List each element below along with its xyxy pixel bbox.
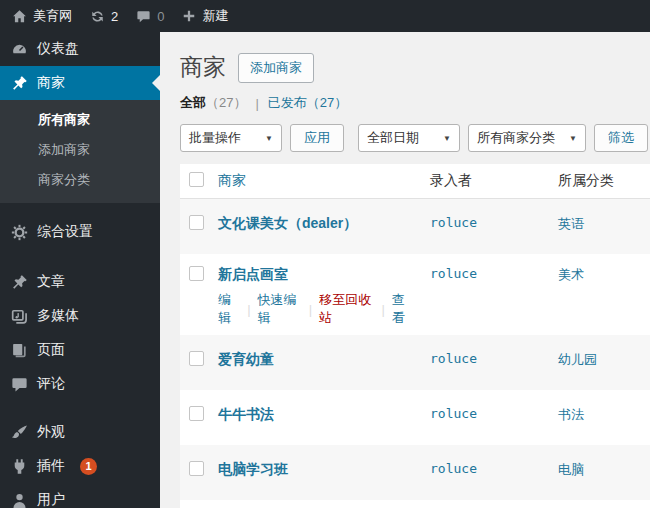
table-row: 舞蹈10 roluce 舞蹈	[180, 500, 650, 508]
filter-button[interactable]: 筛选	[594, 124, 648, 152]
table-header-row: 商家 录入者 所属分类	[180, 164, 650, 199]
table-row: 文化课美女（dealer） roluce 英语	[180, 199, 650, 255]
new-content-label: 新建	[202, 7, 228, 25]
site-name: 美育网	[33, 7, 72, 25]
row-actions: 编辑 | 快速编辑 | 移至回收站 | 查看	[218, 291, 414, 327]
plug-icon	[11, 458, 28, 475]
row-checkbox[interactable]	[189, 461, 204, 476]
admin-bar: 美育网 2 0 新建	[0, 0, 650, 32]
sidebar-item-label: 插件	[37, 457, 65, 475]
trash-link[interactable]: 移至回收站	[319, 291, 374, 327]
sidebar-item-appearance[interactable]: 外观	[0, 415, 160, 449]
author-link[interactable]: roluce	[430, 406, 477, 421]
sidebar-item-label: 页面	[37, 341, 65, 359]
apply-button[interactable]: 应用	[290, 124, 344, 152]
sidebar-item-users[interactable]: 用户	[0, 483, 160, 508]
column-header-category: 所属分类	[550, 164, 650, 199]
dashboard-icon	[11, 41, 28, 58]
brush-icon	[11, 424, 28, 441]
pages-icon	[11, 342, 28, 359]
merchants-table: 商家 录入者 所属分类 文化课美女（dealer） roluce 英语 新启点画…	[180, 164, 650, 508]
submenu-item-all-merchants[interactable]: 所有商家	[0, 105, 160, 135]
date-filter-select[interactable]: 全部日期 ▼	[358, 124, 460, 152]
category-filter-select[interactable]: 所有商家分类 ▼	[468, 124, 586, 152]
site-link[interactable]: 美育网	[12, 7, 72, 25]
row-checkbox[interactable]	[189, 406, 204, 421]
new-content-link[interactable]: 新建	[182, 7, 228, 25]
merchant-name-link[interactable]: 文化课美女（dealer）	[218, 215, 357, 231]
sidebar-item-label: 用户	[37, 491, 65, 508]
edit-link[interactable]: 编辑	[218, 291, 240, 327]
merchant-name-link[interactable]: 电脑学习班	[218, 461, 288, 477]
comment-icon	[136, 9, 151, 24]
select-all-checkbox[interactable]	[189, 172, 204, 187]
sidebar-item-posts[interactable]: 文章	[0, 265, 160, 299]
add-merchant-button[interactable]: 添加商家	[238, 53, 314, 83]
pushpin-icon	[11, 75, 28, 92]
quick-edit-link[interactable]: 快速编辑	[258, 291, 302, 327]
comment-icon	[11, 376, 28, 393]
view-all-label[interactable]: 全部	[180, 95, 206, 110]
chevron-down-icon: ▼	[443, 134, 451, 143]
row-checkbox[interactable]	[189, 351, 204, 366]
author-link[interactable]: roluce	[430, 215, 477, 230]
updates-link[interactable]: 2	[90, 9, 118, 24]
sidebar-item-pages[interactable]: 页面	[0, 333, 160, 367]
row-checkbox[interactable]	[189, 215, 204, 230]
merchant-name-link[interactable]: 爱育幼童	[218, 351, 274, 367]
column-header-name[interactable]: 商家	[218, 172, 246, 188]
author-link[interactable]: roluce	[430, 461, 477, 476]
view-separator: |	[255, 96, 258, 111]
sidebar-item-label: 外观	[37, 423, 65, 441]
sidebar-item-settings[interactable]: 综合设置	[0, 215, 160, 249]
chevron-down-icon: ▼	[569, 134, 577, 143]
gear-icon	[11, 224, 28, 241]
view-link[interactable]: 查看	[392, 291, 414, 327]
action-separator: |	[309, 302, 312, 317]
view-all-count: （27）	[206, 95, 246, 110]
sidebar-item-label: 综合设置	[37, 223, 93, 241]
updates-icon	[90, 9, 105, 24]
merchant-name-link[interactable]: 牛牛书法	[218, 406, 274, 422]
category-link[interactable]: 书法	[558, 407, 584, 422]
table-row: 牛牛书法 roluce 书法	[180, 390, 650, 445]
media-icon	[11, 308, 28, 325]
submenu-item-merchant-categories[interactable]: 商家分类	[0, 165, 160, 195]
view-published-link[interactable]: 已发布（27）	[268, 94, 347, 112]
sidebar-item-label: 仪表盘	[37, 40, 79, 58]
comments-link[interactable]: 0	[136, 9, 164, 24]
plugins-update-badge: 1	[80, 458, 97, 475]
submenu-item-add-merchant[interactable]: 添加商家	[0, 135, 160, 165]
category-link[interactable]: 英语	[558, 216, 584, 231]
admin-sidebar: 仪表盘 商家 所有商家 添加商家 商家分类 综合设置 文章 多媒体 页面	[0, 32, 160, 508]
table-row: 爱育幼童 roluce 幼儿园	[180, 335, 650, 390]
category-link[interactable]: 美术	[558, 267, 584, 282]
action-separator: |	[247, 302, 250, 317]
merchants-submenu: 所有商家 添加商家 商家分类	[0, 100, 160, 203]
user-icon	[11, 492, 28, 508]
pushpin-icon	[11, 274, 28, 291]
sidebar-item-label: 商家	[37, 74, 65, 92]
sidebar-item-label: 多媒体	[37, 307, 79, 325]
author-link[interactable]: roluce	[430, 266, 477, 281]
row-checkbox[interactable]	[189, 266, 204, 281]
bulk-actions-select[interactable]: 批量操作 ▼	[180, 124, 282, 152]
sidebar-item-plugins[interactable]: 插件 1	[0, 449, 160, 483]
sidebar-item-media[interactable]: 多媒体	[0, 299, 160, 333]
comments-count: 0	[157, 9, 164, 24]
page-title: 商家	[180, 52, 226, 83]
category-link[interactable]: 电脑	[558, 462, 584, 477]
sidebar-item-merchants[interactable]: 商家	[0, 66, 160, 100]
category-link[interactable]: 幼儿园	[558, 352, 597, 367]
sidebar-item-label: 文章	[37, 273, 65, 291]
home-icon	[12, 9, 27, 24]
action-separator: |	[381, 302, 384, 317]
sidebar-item-label: 评论	[37, 375, 65, 393]
table-row: 电脑学习班 roluce 电脑	[180, 445, 650, 500]
updates-count: 2	[111, 9, 118, 24]
chevron-down-icon: ▼	[265, 134, 273, 143]
author-link[interactable]: roluce	[430, 351, 477, 366]
sidebar-item-dashboard[interactable]: 仪表盘	[0, 32, 160, 66]
merchant-name-link[interactable]: 新启点画室	[218, 266, 288, 282]
sidebar-item-comments[interactable]: 评论	[0, 367, 160, 401]
